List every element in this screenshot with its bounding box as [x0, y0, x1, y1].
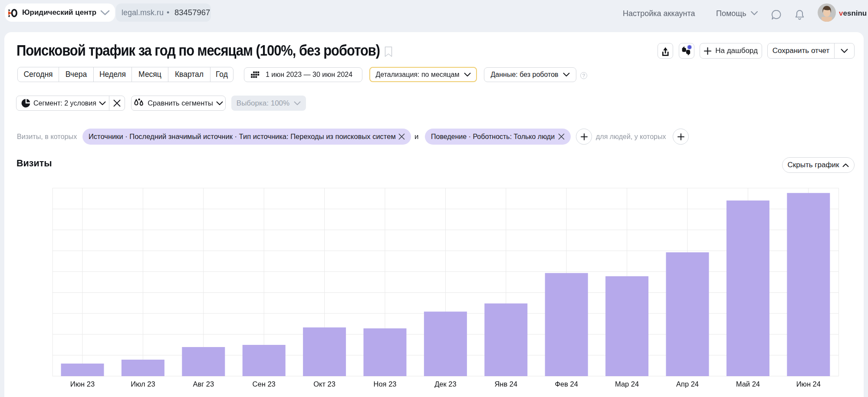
svg-text:Июн 23: Июн 23	[70, 380, 95, 388]
svg-text:Авг 23: Авг 23	[193, 380, 214, 388]
svg-text:Июн 24: Июн 24	[796, 380, 821, 388]
svg-text:Сен 23: Сен 23	[253, 380, 276, 388]
svg-text:Янв 24: Янв 24	[494, 380, 517, 388]
svg-text:Окт 23: Окт 23	[313, 380, 335, 388]
svg-text:Ноя 23: Ноя 23	[374, 380, 397, 388]
svg-text:Май 24: Май 24	[736, 380, 760, 388]
svg-text:Фев 24: Фев 24	[555, 380, 578, 388]
svg-text:Июл 23: Июл 23	[131, 380, 155, 388]
svg-text:Дек 23: Дек 23	[434, 380, 457, 388]
svg-text:Апр 24: Апр 24	[676, 380, 699, 388]
svg-text:Мар 24: Мар 24	[615, 380, 639, 388]
